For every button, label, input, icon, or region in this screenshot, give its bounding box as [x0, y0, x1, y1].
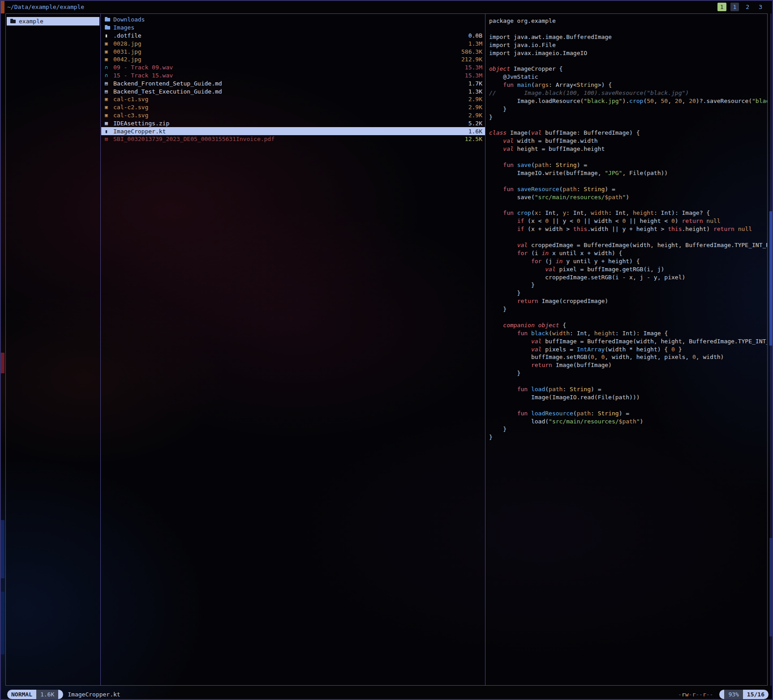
file-size: 15.3M	[465, 72, 482, 79]
code-line	[489, 377, 767, 385]
file-row-0028.jpg[interactable]: ▣0028.jpg1.3M	[101, 39, 485, 47]
tab-3[interactable]: 3	[756, 3, 765, 11]
file-name: 09 - Track 09.wav	[113, 64, 465, 71]
code-preview: package org.example import java.awt.imag…	[486, 14, 767, 441]
tab-2[interactable]: 2	[743, 3, 752, 11]
parent-dir-item-example[interactable]: example	[7, 17, 99, 26]
code-line: return Image(buffImage)	[489, 361, 767, 369]
file-name: 0031.jpg	[113, 48, 461, 55]
code-line: fun saveResource(path: String) =	[489, 185, 767, 193]
file-size: 1.7K	[468, 80, 482, 87]
file-row-0042.jpg[interactable]: ▣0042.jpg212.9K	[101, 55, 485, 64]
code-line	[489, 313, 767, 321]
code-line	[489, 201, 767, 209]
file-row-09 - Track 09.wav[interactable]: ∩09 - Track 09.wav15.3M	[101, 64, 485, 72]
file-size: 1.3K	[468, 88, 482, 95]
code-line: return Image(croppedImage)	[489, 297, 767, 305]
code-line: fun save(path: String) =	[489, 161, 767, 169]
code-line: load("src/main/resources/$path")	[489, 418, 767, 426]
mode-indicator: NORMAL	[7, 690, 36, 699]
code-line: companion object {	[489, 321, 767, 329]
code-line: package org.example	[489, 17, 767, 25]
code-line	[489, 25, 767, 33]
window-border	[771, 13, 771, 686]
code-line: val width = buffImage.width	[489, 137, 767, 145]
file-row-Downloads[interactable]: Downloads	[101, 16, 485, 24]
code-line: import java.awt.image.BufferedImage	[489, 33, 767, 41]
code-line: for (i in x until x + width) {	[489, 249, 767, 257]
status-bar: NORMAL 1.6K ImageCropper.kt -rw-r--r-- 9…	[1, 688, 772, 700]
code-line	[489, 153, 767, 161]
code-line	[489, 177, 767, 185]
file-row-15 - Track 15.wav[interactable]: ∩15 - Track 15.wav15.3M	[101, 72, 485, 80]
tab-1[interactable]: 1	[730, 3, 739, 11]
current-path: ~/Data/example/example	[7, 4, 84, 10]
image-icon: ▣	[105, 49, 113, 55]
file-name: Backend_Frontend_Setup_Guide.md	[113, 80, 468, 87]
file-row-Images[interactable]: Images	[101, 24, 485, 32]
image-icon: ▣	[105, 41, 113, 47]
cursor-position: 15/16	[743, 690, 769, 699]
file-name: cal-c3.svg	[113, 112, 468, 119]
permissions-text: -rw-r--r--	[678, 691, 713, 698]
code-line: fun loadResource(path: String) =	[489, 410, 767, 418]
file-size: 0.0B	[468, 32, 482, 39]
file-name: cal-c2.svg	[113, 104, 468, 111]
code-line: Image(ImageIO.read(File(path)))	[489, 393, 767, 401]
tab-bar: 1 123	[717, 3, 765, 11]
code-line: }	[489, 433, 767, 441]
file-size: 2.9K	[468, 112, 482, 119]
code-line: fun crop(x: Int, y: Int, width: Int, hei…	[489, 209, 767, 217]
code-line: object ImageCropper {	[489, 65, 767, 73]
downloads-folder-icon	[105, 18, 110, 21]
code-line: fun black(width: Int, height: Int): Imag…	[489, 329, 767, 337]
pill-cap	[719, 690, 724, 699]
file-row-cal-c2.svg[interactable]: ▣cal-c2.svg2.9K	[101, 103, 485, 111]
code-line: croppedImage.setRGB(i - x, j - y, pixel)	[489, 273, 767, 282]
file-row-Backend_Test_Execution_Guide.md[interactable]: ▤Backend_Test_Execution_Guide.md1.3K	[101, 87, 485, 95]
file-size: 12.5K	[465, 136, 482, 142]
pdf-icon: ▨	[105, 136, 113, 142]
code-line: buffImage.setRGB(0, 0, width, height, pi…	[489, 353, 767, 361]
file-name: 0028.jpg	[113, 40, 468, 47]
status-right: -rw-r--r-- 93% 15/16	[678, 690, 769, 699]
code-line: import java.io.File	[489, 41, 767, 49]
file-icon: ▮	[105, 33, 113, 38]
file-size: 2.9K	[468, 96, 482, 102]
downloads-folder-icon	[105, 18, 113, 21]
file-row-.dotfile[interactable]: ▮.dotfile0.0B	[101, 32, 485, 40]
code-line: if (x < 0 || y < 0 || width < 0 || heigh…	[489, 217, 767, 225]
file-row-cal-c3.svg[interactable]: ▣cal-c3.svg2.9K	[101, 111, 485, 120]
code-line: // Image.black(100, 100).saveResource("b…	[489, 89, 767, 97]
code-line: val pixel = buffImage.getRGB(i, j)	[489, 265, 767, 273]
markdown-icon: ▤	[105, 89, 113, 94]
images-folder-icon	[105, 26, 110, 30]
code-line: if (x + width > this.width || y + height…	[489, 225, 767, 233]
file-size: 2.9K	[468, 104, 482, 111]
image-icon: ▣	[105, 104, 113, 110]
code-line: ImageIO.write(buffImage, "JPG", File(pat…	[489, 169, 767, 177]
file-row-cal-c1.svg[interactable]: ▣cal-c1.svg2.9K	[101, 95, 485, 103]
file-name: ImageCropper.kt	[113, 128, 468, 135]
file-row-SBI_0032013739_2023_DE05_0003155631Invoice.pdf[interactable]: ▨SBI_0032013739_2023_DE05_0003155631Invo…	[101, 135, 485, 143]
file-name: cal-c1.svg	[113, 96, 468, 102]
file-row-ImageCropper.kt[interactable]: ▮ImageCropper.kt1.6K	[101, 127, 485, 135]
code-line: }	[489, 425, 767, 433]
file-row-0031.jpg[interactable]: ▣0031.jpg586.3K	[101, 47, 485, 55]
current-dir-pane: DownloadsImages▮.dotfile0.0B▣0028.jpg1.3…	[101, 14, 485, 685]
file-row-Backend_Frontend_Setup_Guide.md[interactable]: ▤Backend_Frontend_Setup_Guide.md1.7K	[101, 79, 485, 87]
file-row-IDEAsettings.zip[interactable]: ▦IDEAsettings.zip5.2K	[101, 119, 485, 127]
code-line	[489, 233, 767, 241]
code-line: }	[489, 113, 767, 121]
markdown-icon: ▤	[105, 81, 113, 86]
code-line: }	[489, 105, 767, 113]
pill-cap	[58, 690, 63, 699]
file-name: IDEAsettings.zip	[113, 120, 468, 127]
wallpaper-accent	[1, 520, 4, 578]
code-line: val croppedImage = BufferedImage(width, …	[489, 241, 767, 249]
file-size: 15.3M	[465, 64, 482, 71]
top-bar: ~/Data/example/example 1 123	[1, 1, 772, 13]
code-line: }	[489, 369, 767, 377]
status-filename: ImageCropper.kt	[68, 691, 120, 698]
zip-icon: ▦	[105, 120, 113, 126]
